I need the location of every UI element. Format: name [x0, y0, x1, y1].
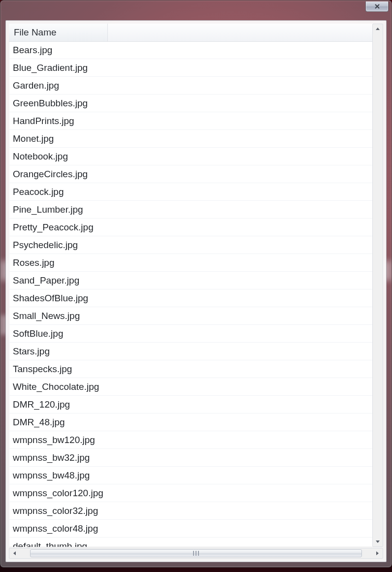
table-row[interactable]: wmpnss_bw32.jpg	[9, 449, 374, 467]
table-row[interactable]: Garden.jpg	[9, 77, 374, 95]
file-name-cell: Bears.jpg	[13, 45, 52, 56]
scroll-up-button[interactable]	[373, 24, 383, 34]
table-row[interactable]: Roses.jpg	[9, 254, 374, 272]
table-row[interactable]: GreenBubbles.jpg	[9, 95, 374, 112]
table-row[interactable]: Monet.jpg	[9, 130, 374, 148]
table-row[interactable]: Blue_Gradient.jpg	[9, 59, 374, 77]
table-row[interactable]: Bears.jpg	[9, 41, 374, 59]
table-row[interactable]: White_Chocolate.jpg	[9, 378, 374, 396]
chevron-right-icon	[375, 551, 380, 556]
table-row[interactable]: Notebook.jpg	[9, 148, 374, 165]
scroll-right-button[interactable]	[372, 548, 383, 558]
table-row[interactable]: Pine_Lumber.jpg	[9, 201, 374, 219]
table-row[interactable]: DMR_120.jpg	[9, 396, 374, 413]
file-name-cell: ShadesOfBlue.jpg	[13, 293, 88, 304]
table-row[interactable]: HandPrints.jpg	[9, 112, 374, 130]
file-name-cell: wmpnss_color32.jpg	[13, 506, 98, 516]
file-name-cell: Pretty_Peacock.jpg	[13, 222, 94, 233]
file-name-cell: SoftBlue.jpg	[13, 328, 63, 339]
vertical-scrollbar[interactable]	[372, 24, 383, 547]
close-icon	[375, 4, 380, 9]
file-name-cell: Notebook.jpg	[13, 151, 68, 162]
file-name-cell: HandPrints.jpg	[13, 116, 74, 127]
file-name-cell: DMR_120.jpg	[13, 399, 70, 410]
table-row[interactable]: wmpnss_color32.jpg	[9, 502, 374, 520]
file-name-cell: Monet.jpg	[13, 133, 54, 144]
column-header-filename[interactable]: File Name	[9, 24, 108, 41]
client-area: Your Computers Files have been E Your fi…	[5, 20, 387, 562]
file-name-cell: wmpnss_bw120.jpg	[13, 435, 95, 445]
close-button[interactable]	[365, 1, 389, 12]
file-name-cell: Stars.jpg	[13, 346, 50, 357]
table-row[interactable]: OrangeCircles.jpg	[9, 165, 374, 183]
file-name-cell: Garden.jpg	[13, 80, 59, 91]
table-row[interactable]: wmpnss_color120.jpg	[9, 484, 374, 502]
file-list-window: Your Computers Files have been E Your fi…	[0, 0, 392, 568]
chevron-left-icon	[12, 551, 17, 556]
horizontal-scroll-track[interactable]	[20, 549, 372, 557]
table-row[interactable]: default_thumb.jpg	[9, 538, 374, 547]
list-header: File Name	[9, 24, 374, 42]
file-name-cell: GreenBubbles.jpg	[13, 98, 88, 109]
file-name-cell: Peacock.jpg	[13, 187, 64, 197]
file-name-cell: Pine_Lumber.jpg	[13, 204, 83, 215]
file-list: File Name Bears.jpgBlue_Gradient.jpgGard…	[9, 24, 374, 547]
file-name-cell: default_thumb.jpg	[13, 541, 87, 547]
file-name-cell: wmpnss_color48.jpg	[13, 523, 98, 534]
scroll-left-button[interactable]	[9, 548, 20, 558]
file-name-cell: wmpnss_bw48.jpg	[13, 470, 90, 481]
horizontal-scrollbar[interactable]	[9, 548, 383, 559]
table-row[interactable]: Sand_Paper.jpg	[9, 272, 374, 289]
table-row[interactable]: wmpnss_color48.jpg	[9, 520, 374, 538]
column-header-label: File Name	[14, 27, 57, 38]
file-name-cell: Psychedelic.jpg	[13, 240, 78, 251]
table-row[interactable]: DMR_48.jpg	[9, 413, 374, 431]
chevron-up-icon	[375, 27, 380, 32]
table-row[interactable]: Tanspecks.jpg	[9, 360, 374, 378]
scroll-grip-icon	[193, 551, 199, 556]
file-name-cell: Blue_Gradient.jpg	[13, 63, 88, 73]
table-row[interactable]: SoftBlue.jpg	[9, 325, 374, 343]
file-name-cell: wmpnss_color120.jpg	[13, 488, 103, 499]
chevron-down-icon	[375, 539, 380, 544]
file-name-cell: DMR_48.jpg	[13, 417, 65, 428]
file-name-cell: Small_News.jpg	[13, 311, 80, 321]
table-row[interactable]: Stars.jpg	[9, 343, 374, 360]
file-name-cell: Sand_Paper.jpg	[13, 275, 79, 286]
table-row[interactable]: Small_News.jpg	[9, 307, 374, 325]
table-row[interactable]: ShadesOfBlue.jpg	[9, 289, 374, 307]
file-name-cell: OrangeCircles.jpg	[13, 169, 88, 180]
file-name-cell: wmpnss_bw32.jpg	[13, 452, 90, 463]
file-name-cell: White_Chocolate.jpg	[13, 381, 99, 392]
table-row[interactable]: wmpnss_bw120.jpg	[9, 431, 374, 449]
table-row[interactable]: Pretty_Peacock.jpg	[9, 219, 374, 236]
file-name-cell: Tanspecks.jpg	[13, 364, 72, 375]
vertical-scroll-track[interactable]	[373, 34, 383, 537]
table-row[interactable]: Psychedelic.jpg	[9, 236, 374, 254]
table-row[interactable]: wmpnss_bw48.jpg	[9, 467, 374, 484]
file-name-cell: Roses.jpg	[13, 257, 55, 268]
list-body[interactable]: Bears.jpgBlue_Gradient.jpgGarden.jpgGree…	[9, 41, 374, 547]
horizontal-scroll-thumb[interactable]	[30, 549, 362, 557]
titlebar[interactable]	[0, 0, 392, 17]
scroll-down-button[interactable]	[373, 537, 383, 546]
table-row[interactable]: Peacock.jpg	[9, 183, 374, 201]
